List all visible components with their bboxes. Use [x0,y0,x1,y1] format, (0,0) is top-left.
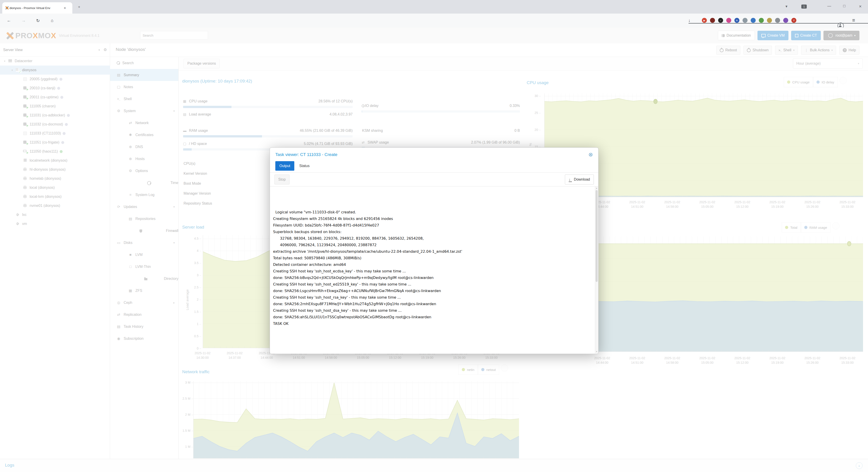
log-line: TASK OK [273,320,595,327]
log-line: done: SHA256:LsgcsHmrRIh+EkwgxZ6ag++ACUN… [273,287,595,294]
browser-tab[interactable]: dionysos - Proxmox Virtual Env [2,2,72,13]
log-line: Creating filesystem with 25165824 4k blo… [273,215,595,222]
log-line: Creating SSH host key 'ssh_host_rsa_key'… [273,294,595,301]
window-minimize-button[interactable] [827,4,831,8]
tab-output[interactable]: Output [275,161,294,171]
extension-icon[interactable] [759,18,764,23]
task-log-output: Logical volume "vm-111033-disk-0" create… [270,187,595,353]
stop-button[interactable]: Stop [274,175,289,185]
extension-icon[interactable]: ▶ [702,18,707,23]
back-button[interactable] [7,18,11,23]
task-viewer-dialog: Task viewer: CT 111033 - Create Output S… [270,147,598,354]
log-line: Detected container architecture: amd64 [273,261,595,268]
log-line: Superblock backups stored on blocks: [273,228,595,235]
notification-badge[interactable]: 1 [801,4,807,8]
log-line: Filesystem UUID: bda25bfc-76f4-4d08-87f1… [273,222,595,228]
extension-icon[interactable] [726,18,731,23]
log-line: Creating SSH host key 'ssh_host_ed25519_… [273,281,595,287]
forward-button[interactable] [22,18,26,23]
extension-icon[interactable] [783,18,788,23]
browser-toolbar: 10.10.111.1:8006/#v1:0:=node%2Fdionysos:… [0,13,868,28]
tab-list-chevron-icon[interactable] [785,4,787,8]
dialog-close-icon[interactable] [588,152,593,157]
download-button[interactable]: Download [565,175,594,185]
tab-title: dionysos - Proxmox Virtual Env [9,6,64,10]
extension-icon[interactable] [710,18,715,23]
screen: dionysos - Proxmox Virtual Env 1 10.10.1… [0,0,868,472]
extension-icon[interactable] [743,18,747,23]
log-line: Creating SSH host key 'ssh_host_ecdsa_ke… [273,268,595,275]
extension-icon[interactable] [751,18,756,23]
extensions-row: ▶‹inV [702,18,796,23]
log-line: 32768, 98304, 163840, 229376, 294912, 81… [273,235,595,242]
window-close-button[interactable] [859,4,862,8]
log-line: done: SHA256:2rnhEXsgu8F71MHe/JY+Wbh1Hu2… [273,301,595,307]
extension-icon[interactable]: in [735,18,739,23]
browser-tab-strip: dionysos - Proxmox Virtual Env 1 [0,0,868,13]
log-line: Creating SSH host key 'ssh_host_dsa_key'… [273,307,595,314]
extension-icon[interactable]: V [792,18,796,23]
log-line: 4096000, 7962624, 11239424, 20480000, 23… [273,242,595,248]
browser-menu-icon[interactable] [852,18,855,23]
log-line: done: SHA256:ahSLi5LUI1U1nTSSCq0wtrepstA… [273,314,595,320]
log-line: Logical volume "vm-111033-disk-0" create… [273,209,595,215]
new-tab-button[interactable] [78,5,80,9]
log-line: done: SHA256:bBvqs2Qd+jtXCUSkOqQrJmhkePp… [273,275,595,281]
tab-status[interactable]: Status [295,161,313,171]
extension-icon[interactable] [775,18,780,23]
reload-button[interactable] [36,18,40,23]
tab-close-icon[interactable] [64,6,66,10]
window-maximize-button[interactable] [843,4,845,8]
scrollbar-thumb[interactable] [596,190,598,282]
extension-icon[interactable]: ‹ [718,18,723,23]
proxmox-favicon [5,6,8,9]
home-button[interactable] [51,18,53,23]
download-icon [569,178,572,182]
log-scrollbar[interactable]: ▲ ▼ [595,187,598,353]
log-line: extracting archive '/mnt/pve/hl-dionysos… [273,248,595,255]
dialog-title: Task viewer: CT 111033 - Create [275,152,338,157]
extension-icon[interactable] [767,18,772,23]
log-line: Total bytes read: 508579840 (486MiB, 308… [273,255,595,261]
